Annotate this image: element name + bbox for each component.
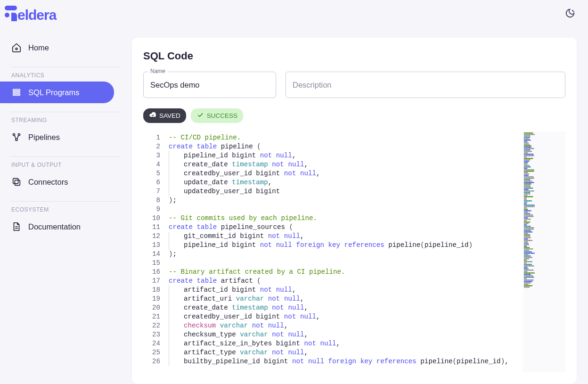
svg-rect-9 (13, 179, 18, 184)
sidebar-section-ecosystem: ECOSYSTEM (0, 193, 132, 216)
documentation-icon (11, 221, 22, 232)
pipelines-icon (11, 132, 22, 142)
editor-minimap[interactable]: ████████████████ ███████████████████ ███… (523, 131, 565, 372)
success-label: SUCCESS (207, 112, 237, 119)
saved-badge: SAVED (143, 108, 186, 123)
editor-gutter: 1234567891011121314151617181920212223242… (143, 131, 169, 372)
sidebar-section-input-output: INPUT & OUTPUT (0, 148, 132, 171)
brand-text: eldera (17, 7, 56, 23)
sidebar-item-label: Documentation (28, 222, 81, 231)
svg-rect-10 (15, 180, 20, 185)
status-badges: SAVED SUCCESS (143, 108, 565, 123)
sidebar-item-label: Connectors (28, 178, 68, 187)
name-field-wrapper: Name (143, 72, 276, 98)
program-form: Name (143, 72, 565, 98)
code-editor[interactable]: 1234567891011121314151617181920212223242… (143, 131, 565, 372)
description-input[interactable] (286, 72, 565, 98)
sidebar-item-sql-programs[interactable]: SQL Programs (0, 82, 114, 103)
topbar: eldera (0, 0, 588, 28)
moon-icon (565, 8, 575, 20)
sidebar-item-documentation[interactable]: Documentation (0, 216, 114, 237)
sidebar: Home ANALYTICS SQL Programs STREAMING (0, 28, 132, 384)
name-input[interactable] (143, 72, 276, 98)
svg-point-7 (18, 133, 20, 135)
sql-programs-icon (11, 87, 22, 98)
check-icon (196, 111, 204, 120)
svg-point-1 (573, 12, 574, 12)
svg-point-2 (16, 48, 17, 50)
logo-mark (5, 6, 17, 20)
connectors-icon (11, 177, 22, 187)
name-label: Name (148, 68, 168, 74)
saved-label: SAVED (159, 112, 180, 119)
home-icon (11, 42, 22, 53)
sidebar-item-home[interactable]: Home (0, 37, 114, 58)
theme-toggle[interactable] (564, 8, 577, 21)
svg-rect-3 (13, 90, 20, 91)
sql-code-card: SQL Code Name (132, 38, 577, 384)
sidebar-item-connectors[interactable]: Connectors (0, 171, 114, 193)
sidebar-item-label: Pipelines (28, 133, 60, 142)
sidebar-section-streaming: STREAMING (0, 103, 132, 126)
description-field-wrapper (286, 72, 565, 98)
sidebar-section-analytics: ANALYTICS (0, 58, 132, 82)
editor-code[interactable]: -- CI/CD pipeline.create table pipeline … (169, 131, 523, 372)
svg-rect-5 (13, 94, 20, 96)
sidebar-item-label: Home (28, 43, 49, 52)
svg-point-6 (13, 133, 15, 135)
sidebar-item-label: SQL Programs (28, 88, 80, 97)
success-badge: SUCCESS (191, 108, 243, 123)
svg-rect-4 (13, 92, 20, 93)
svg-point-0 (572, 10, 573, 11)
svg-point-8 (16, 139, 17, 140)
content: SQL Code Name (132, 28, 588, 384)
brand-logo[interactable]: eldera (5, 6, 56, 23)
sidebar-item-pipelines[interactable]: Pipelines (0, 126, 114, 148)
page-title: SQL Code (143, 50, 565, 62)
cloud-check-icon (149, 111, 156, 120)
